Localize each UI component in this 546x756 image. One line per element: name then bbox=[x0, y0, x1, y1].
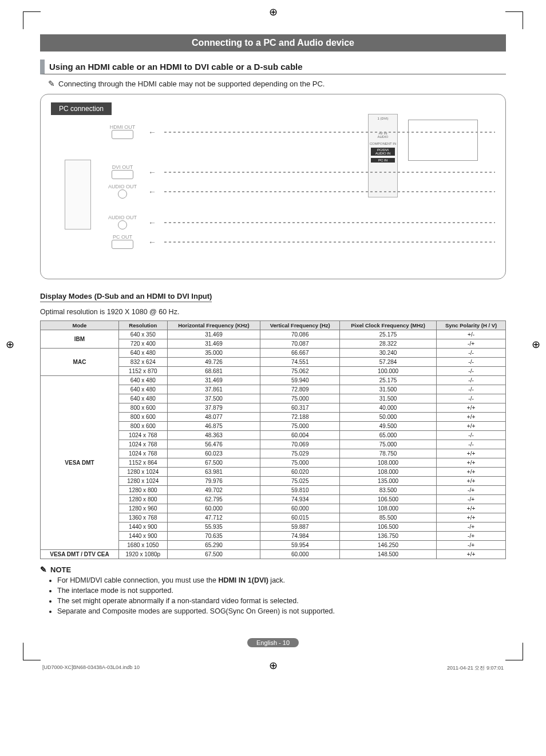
table-cell: 49.726 bbox=[167, 358, 260, 367]
hdmi-port-icon bbox=[112, 130, 133, 139]
table-cell: -/- bbox=[437, 349, 506, 358]
arrow-left-icon bbox=[148, 238, 159, 247]
note-icon: ✎ bbox=[40, 565, 47, 574]
table-cell: 31.469 bbox=[167, 330, 260, 339]
mode-cell: VESA DMT bbox=[41, 376, 119, 550]
list-item: The set might operate abnormally if a no… bbox=[57, 597, 506, 605]
cable-icon bbox=[164, 242, 495, 243]
table-cell: 75.062 bbox=[260, 367, 340, 376]
table-cell: -/- bbox=[437, 394, 506, 403]
table-cell: -/+ bbox=[437, 541, 506, 550]
table-header-row: Mode Resolution Horizontal Frequency (KH… bbox=[41, 321, 506, 330]
pc-tower-icon bbox=[65, 160, 91, 229]
table-cell: 49.500 bbox=[340, 422, 437, 431]
table-cell: 75.025 bbox=[260, 477, 340, 486]
table-cell: 31.469 bbox=[167, 339, 260, 349]
table-cell: 1280 x 960 bbox=[118, 504, 167, 513]
col-resolution: Resolution bbox=[118, 321, 167, 330]
vga-port-icon bbox=[112, 240, 133, 249]
table-cell: 60.020 bbox=[260, 468, 340, 477]
table-cell: 1280 x 800 bbox=[118, 486, 167, 495]
registration-mark-icon: ⊕ bbox=[532, 338, 540, 351]
table-cell: 68.681 bbox=[167, 367, 260, 376]
table-cell: 74.984 bbox=[260, 532, 340, 541]
table-cell: 50.000 bbox=[340, 413, 437, 422]
table-cell: 37.861 bbox=[167, 385, 260, 394]
table-cell: 100.000 bbox=[340, 367, 437, 376]
table-cell: 85.500 bbox=[340, 513, 437, 523]
table-cell: -/- bbox=[437, 367, 506, 376]
table-cell: +/+ bbox=[437, 550, 506, 559]
notes-list: For HDMI/DVI cable connection, you must … bbox=[57, 576, 506, 615]
table-cell: -/+ bbox=[437, 486, 506, 495]
table-cell: 65.000 bbox=[340, 431, 437, 440]
table-cell: +/+ bbox=[437, 477, 506, 486]
note-heading: ✎NOTE bbox=[40, 565, 506, 574]
table-cell: 67.500 bbox=[167, 458, 260, 468]
table-row: IBM640 x 35031.46970.08625.175+/- bbox=[41, 330, 506, 339]
table-cell: 31.500 bbox=[340, 394, 437, 403]
note-icon: ✎ bbox=[48, 79, 55, 88]
table-cell: 106.500 bbox=[340, 523, 437, 532]
table-cell: 49.702 bbox=[167, 486, 260, 495]
arrow-left-icon bbox=[148, 128, 159, 137]
table-cell: 72.188 bbox=[260, 413, 340, 422]
col-mode: Mode bbox=[41, 321, 119, 330]
section-heading: Using an HDMI cable or an HDMI to DVI ca… bbox=[40, 60, 506, 74]
port-dvi-out: DVI OUT bbox=[102, 164, 143, 180]
table-cell: 60.000 bbox=[260, 550, 340, 559]
mode-cell: MAC bbox=[41, 349, 119, 376]
table-cell: 75.000 bbox=[260, 458, 340, 468]
table-cell: +/+ bbox=[437, 468, 506, 477]
table-cell: 800 x 600 bbox=[118, 403, 167, 413]
table-cell: -/+ bbox=[437, 523, 506, 532]
table-cell: 55.935 bbox=[167, 523, 260, 532]
tv-panel-label: PC/DVI AUDIO IN bbox=[371, 148, 395, 156]
table-row: MAC640 x 48035.00066.66730.240-/- bbox=[41, 349, 506, 358]
cable-icon bbox=[164, 132, 495, 133]
table-row: VESA DMT640 x 48031.46959.94025.175-/- bbox=[41, 376, 506, 385]
table-cell: 108.000 bbox=[340, 458, 437, 468]
crop-mark-icon bbox=[23, 643, 41, 660]
table-cell: 72.809 bbox=[260, 385, 340, 394]
table-cell: 35.000 bbox=[167, 349, 260, 358]
table-cell: 65.290 bbox=[167, 541, 260, 550]
table-cell: 37.879 bbox=[167, 403, 260, 413]
table-cell: -/- bbox=[437, 358, 506, 367]
hdmi-support-note: ✎Connecting through the HDMI cable may n… bbox=[48, 79, 506, 88]
footer-timestamp: 2011-04-21 오전 9:07:01 bbox=[447, 664, 504, 672]
table-cell: 59.887 bbox=[260, 523, 340, 532]
tv-panel-label: COMPONENT IN bbox=[369, 142, 397, 145]
table-cell: 1024 x 768 bbox=[118, 449, 167, 458]
table-cell: 48.363 bbox=[167, 431, 260, 440]
table-cell: 56.476 bbox=[167, 440, 260, 449]
table-cell: 31.500 bbox=[340, 385, 437, 394]
table-cell: 800 x 600 bbox=[118, 422, 167, 431]
connection-diagram: PC connection 1 (DVI) AV IN AUDIO COMPON… bbox=[40, 94, 506, 279]
table-cell: 60.023 bbox=[167, 449, 260, 458]
note-heading-text: NOTE bbox=[50, 565, 71, 574]
table-cell: 640 x 480 bbox=[118, 376, 167, 385]
table-cell: 59.954 bbox=[260, 541, 340, 550]
table-cell: 70.635 bbox=[167, 532, 260, 541]
table-cell: 1920 x 1080p bbox=[118, 550, 167, 559]
table-cell: 74.551 bbox=[260, 358, 340, 367]
crop-mark-icon bbox=[505, 643, 523, 660]
tv-input-panel-icon: 1 (DVI) AV IN AUDIO COMPONENT IN PC/DVI … bbox=[368, 114, 398, 197]
table-cell: 60.004 bbox=[260, 431, 340, 440]
tv-panel-label: AUDIO bbox=[369, 135, 397, 138]
table-cell: +/+ bbox=[437, 513, 506, 523]
port-audio-out2: AUDIO OUT bbox=[102, 215, 143, 231]
table-cell: 67.500 bbox=[167, 550, 260, 559]
table-cell: +/+ bbox=[437, 403, 506, 413]
table-cell: +/+ bbox=[437, 458, 506, 468]
table-cell: 800 x 600 bbox=[118, 413, 167, 422]
display-modes-table: Mode Resolution Horizontal Frequency (KH… bbox=[40, 320, 506, 559]
cable-icon bbox=[164, 191, 495, 192]
table-cell: 1152 x 864 bbox=[118, 458, 167, 468]
registration-mark-icon: ⊕ bbox=[6, 338, 14, 351]
table-cell: 832 x 624 bbox=[118, 358, 167, 367]
table-cell: -/+ bbox=[437, 339, 506, 349]
table-cell: 60.000 bbox=[260, 504, 340, 513]
table-cell: 48.077 bbox=[167, 413, 260, 422]
